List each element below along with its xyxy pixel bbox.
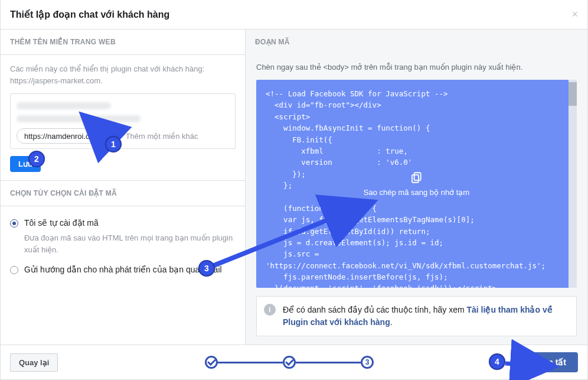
step-1-done [205,356,218,369]
domain-chip[interactable]: https://namdenroi.com ✕ [17,128,121,144]
back-button[interactable]: Quay lại [10,353,58,372]
chat-plugin-setup-dialog: Thiết lập đoạn chat với khách hàng × THÊ… [0,0,588,380]
options-section: Tôi sẽ tự cài đặt mã Đưa đoạn mã sau vào… [1,206,245,287]
add-domain-input[interactable]: Thêm một miền khác [126,132,198,141]
options-section-header: CHỌN TÙY CHỌN CÀI ĐẶT MÃ [1,181,245,206]
radio-selected-icon [10,219,18,228]
domains-section-header: THÊM TÊN MIỀN TRANG WEB [1,30,245,55]
right-column: ĐOẠN MÃ Chèn ngay sau thẻ <body> mở trên… [246,30,587,345]
dialog-title: Thiết lập đoạn chat với khách hàng [10,9,169,20]
info-icon: i [264,304,276,316]
dialog-header: Thiết lập đoạn chat với khách hàng × [1,0,587,30]
copy-label: Sao chép mã sang bộ nhớ tạm [364,188,469,197]
domain-chip-row: https://namdenroi.com ✕ Thêm một miền kh… [17,128,229,144]
step-bar-2 [296,362,361,363]
code-snippet-box[interactable]: <!-- Load Facebook SDK for JavaScript --… [256,80,577,288]
copy-icon [410,171,423,184]
save-button[interactable]: Lưu [10,156,41,172]
option-self-install[interactable]: Tôi sẽ tự cài đặt mã [10,218,236,228]
code-section: Chèn ngay sau thẻ <body> mở trên mỗi tra… [246,54,587,345]
step-indicator: 3 [58,356,520,369]
option-self-label: Tôi sẽ tự cài đặt mã [24,218,99,228]
finish-button[interactable]: Hoàn tất [521,352,578,372]
svg-rect-0 [414,173,421,180]
left-column: THÊM TÊN MIỀN TRANG WEB Các miền này có … [1,30,246,345]
code-instruction: Chèn ngay sau thẻ <body> mở trên mỗi tra… [256,63,577,72]
scrollbar-track[interactable] [569,80,577,288]
dialog-columns: THÊM TÊN MIỀN TRANG WEB Các miền này có … [1,30,587,345]
code-section-header: ĐOẠN MÃ [246,30,587,54]
domains-hint: Các miền này có thể hiển thị plugin chat… [10,63,236,86]
step-2-done [283,356,296,369]
domain-chip-text: https://namdenroi.com [24,132,100,141]
copy-overlay[interactable]: Sao chép mã sang bộ nhớ tạm [364,171,469,197]
dialog-footer: Quay lại 3 Hoàn tất [1,345,587,379]
redacted-domain-2 [17,115,141,122]
domain-input-box: https://namdenroi.com ✕ Thêm một miền kh… [10,93,236,149]
close-icon[interactable]: × [571,8,578,21]
info-callout: i Để có danh sách đầy đủ các thuộc tính,… [256,296,577,336]
scrollbar-thumb[interactable] [569,82,577,106]
option-self-sub: Đưa đoạn mã sau vào HTML trên mọi trang … [10,232,236,255]
svg-rect-1 [412,175,419,183]
step-3-current: 3 [361,356,374,369]
radio-unselected-icon [10,266,18,274]
option-email-dev[interactable]: Gửi hướng dẫn cho nhà phát triển của bạn… [10,265,236,274]
remove-chip-icon[interactable]: ✕ [105,131,115,141]
domains-section: Các miền này có thể hiển thị plugin chat… [1,55,245,181]
option-email-label: Gửi hướng dẫn cho nhà phát triển của bạn… [24,265,222,274]
info-text: Để có danh sách đầy đủ các thuộc tính, h… [283,304,569,329]
step-bar-1 [218,362,283,363]
redacted-domain-1 [17,102,111,109]
